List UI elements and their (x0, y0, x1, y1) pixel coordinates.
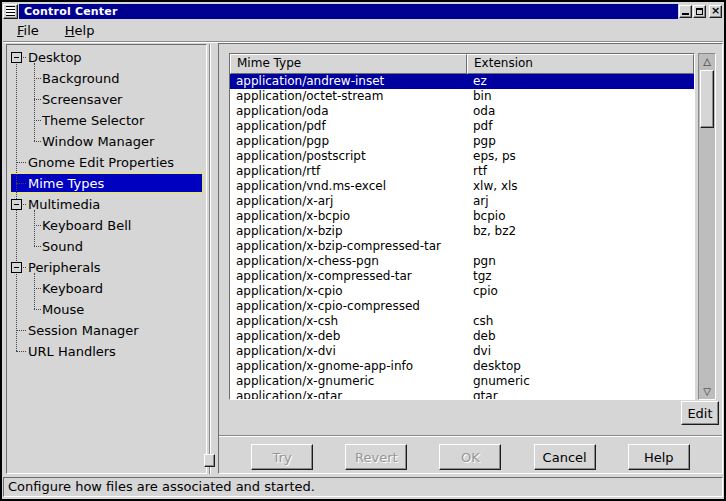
table-row[interactable]: application/x-cpio-compressed (230, 299, 694, 314)
table-row[interactable]: application/odaoda (230, 104, 694, 119)
sidebar-item-peripherals[interactable]: Peripherals (8, 257, 205, 278)
sidebar-item-screensaver[interactable]: Screensaver (8, 89, 205, 110)
window-menu-button[interactable] (3, 4, 18, 19)
mime-table: Mime Type Extension application/andrew-i… (229, 53, 695, 400)
sidebar-item-multimedia[interactable]: Multimedia (8, 194, 205, 215)
extension-cell: oda (469, 104, 694, 119)
tree-expander-minus-icon[interactable] (11, 199, 22, 210)
sidebar-item-url-handlers[interactable]: URL Handlers (8, 341, 205, 362)
table-row[interactable]: application/x-chess-pgnpgn (230, 254, 694, 269)
table-row[interactable]: application/x-compressed-tartgz (230, 269, 694, 284)
extension-cell: tgz (469, 269, 694, 284)
mime-type-cell: application/x-cpio (230, 284, 469, 299)
column-header-mime-type[interactable]: Mime Type (230, 54, 467, 74)
sidebar-item-session-manager[interactable]: Session Manager (8, 320, 205, 341)
sidebar-item-label: Gnome Edit Properties (28, 155, 174, 170)
mime-type-cell: application/x-cpio-compressed (230, 299, 469, 314)
mime-type-cell: application/rtf (230, 164, 469, 179)
scroll-down-arrow-icon[interactable]: ▽ (699, 384, 715, 399)
tree-connector (34, 78, 41, 79)
vertical-scrollbar[interactable]: △ ▽ (698, 53, 716, 400)
separator (219, 435, 722, 437)
minimize-button[interactable] (679, 5, 692, 18)
tree-expander-minus-icon[interactable] (11, 262, 22, 273)
revert-button[interactable]: Revert (345, 444, 407, 470)
table-row[interactable]: application/x-bzip-compressed-tar (230, 239, 694, 254)
table-row[interactable]: application/x-dvidvi (230, 344, 694, 359)
table-row[interactable]: application/x-bcpiobcpio (230, 209, 694, 224)
table-row[interactable]: application/vnd.ms-excelxlw, xls (230, 179, 694, 194)
tree-connector (34, 120, 41, 121)
table-row[interactable]: application/octet-streambin (230, 89, 694, 104)
mime-type-cell: application/pdf (230, 119, 469, 134)
maximize-button[interactable] (693, 5, 706, 18)
table-row[interactable]: application/x-gnome-app-infodesktop (230, 359, 694, 374)
mime-type-cell: application/x-gnome-app-info (230, 359, 469, 374)
menu-help[interactable]: Help (65, 23, 95, 38)
cancel-button[interactable]: Cancel (534, 444, 596, 470)
mime-type-cell: application/x-arj (230, 194, 469, 209)
sidebar-item-background[interactable]: Background (8, 68, 205, 89)
table-row[interactable]: application/rtfrtf (230, 164, 694, 179)
sidebar-item-label: Theme Selector (42, 113, 144, 128)
try-button[interactable]: Try (251, 444, 313, 470)
sidebar-item-mime-types[interactable]: Mime Types (8, 173, 205, 194)
category-tree: DesktopBackgroundScreensaverTheme Select… (8, 46, 205, 472)
table-row[interactable]: application/x-cshcsh (230, 314, 694, 329)
scroll-up-arrow-icon[interactable]: △ (699, 54, 715, 69)
extension-cell (469, 239, 694, 254)
sidebar-item-sound[interactable]: Sound (8, 236, 205, 257)
table-row[interactable]: application/x-bzipbz, bz2 (230, 224, 694, 239)
table-row[interactable]: application/x-cpiocpio (230, 284, 694, 299)
extension-cell: csh (469, 314, 694, 329)
mime-type-cell: application/oda (230, 104, 469, 119)
tree-connector (34, 246, 41, 247)
tree-connector (34, 288, 41, 289)
sidebar-item-label: Desktop (28, 50, 82, 65)
column-header-extension[interactable]: Extension (467, 54, 694, 74)
sidebar-item-label: Peripherals (28, 260, 101, 275)
extension-cell: dvi (469, 344, 694, 359)
menu-file[interactable]: File (17, 23, 39, 38)
table-row[interactable]: application/pdfpdf (230, 119, 694, 134)
mime-type-cell: application/x-csh (230, 314, 469, 329)
tree-connector-line (34, 210, 35, 246)
extension-cell: bcpio (469, 209, 694, 224)
mime-type-cell: application/x-bcpio (230, 209, 469, 224)
extension-cell: ez (469, 74, 694, 89)
table-row[interactable]: application/x-gtargtar (230, 389, 694, 399)
tree-connector-line (34, 273, 35, 309)
tree-connector (34, 141, 41, 142)
table-row[interactable]: application/andrew-insetez (230, 74, 694, 89)
window-menu-icon (6, 6, 15, 16)
title-bar[interactable]: Control Center × (3, 3, 723, 19)
extension-cell: desktop (469, 359, 694, 374)
help-button[interactable]: Help (628, 444, 690, 470)
window-title: Control Center (19, 4, 678, 19)
mime-type-cell: application/x-bzip-compressed-tar (230, 239, 469, 254)
mime-type-cell: application/andrew-inset (230, 74, 469, 89)
table-row[interactable]: application/x-gnumericgnumeric (230, 374, 694, 389)
action-button-row: TryRevertOKCancelHelp (219, 441, 722, 473)
table-row[interactable]: application/x-debdeb (230, 329, 694, 344)
sidebar-item-keyboard-bell[interactable]: Keyboard Bell (8, 215, 205, 236)
sidebar-item-label: Multimedia (28, 197, 100, 212)
table-row[interactable]: application/x-arjarj (230, 194, 694, 209)
ok-button[interactable]: OK (439, 444, 501, 470)
tree-expander-minus-icon[interactable] (11, 52, 22, 63)
sidebar-item-theme-selector[interactable]: Theme Selector (8, 110, 205, 131)
table-row[interactable]: application/pgppgp (230, 134, 694, 149)
sidebar-item-gnome-edit-properties[interactable]: Gnome Edit Properties (8, 152, 205, 173)
sidebar-item-mouse[interactable]: Mouse (8, 299, 205, 320)
extension-cell: gnumeric (469, 374, 694, 389)
pane-resize-handle[interactable] (204, 454, 215, 467)
sidebar-item-window-manager[interactable]: Window Manager (8, 131, 205, 152)
sidebar-item-keyboard[interactable]: Keyboard (8, 278, 205, 299)
table-row[interactable]: application/postscripteps, ps (230, 149, 694, 164)
close-button[interactable]: × (709, 5, 722, 18)
sidebar-item-desktop[interactable]: Desktop (8, 47, 205, 68)
scrollbar-thumb[interactable] (700, 70, 714, 128)
sidebar-item-label: Window Manager (42, 134, 154, 149)
edit-button[interactable]: Edit (681, 401, 719, 425)
extension-cell: pgp (469, 134, 694, 149)
